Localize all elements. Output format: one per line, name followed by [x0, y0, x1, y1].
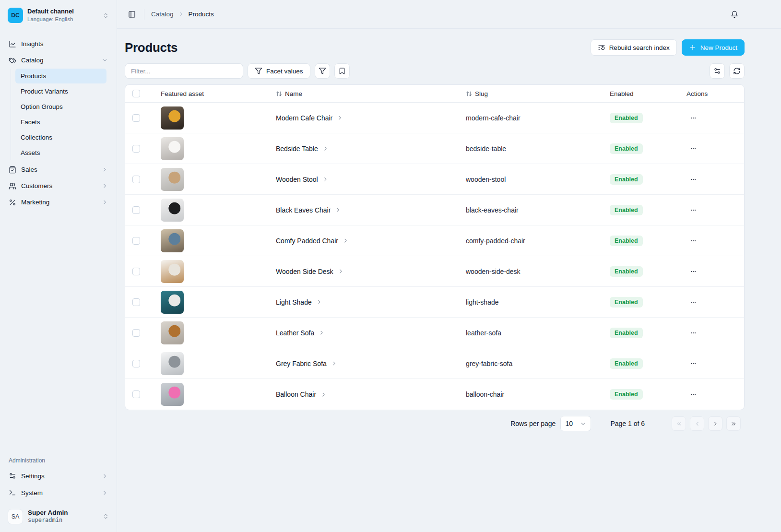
- row-actions-button[interactable]: [686, 142, 700, 155]
- product-thumbnail[interactable]: [161, 383, 184, 406]
- refresh-button[interactable]: [729, 63, 745, 79]
- sidebar-item-settings[interactable]: Settings: [4, 468, 113, 484]
- ellipsis-icon: [689, 329, 697, 337]
- product-name-link[interactable]: Comfy Padded Chair: [276, 237, 349, 245]
- status-badge: Enabled: [610, 113, 643, 123]
- first-page-button[interactable]: [672, 416, 686, 431]
- row-actions-button[interactable]: [686, 111, 700, 125]
- row-checkbox[interactable]: [132, 206, 140, 214]
- product-name-link[interactable]: Grey Fabric Sofa: [276, 360, 337, 367]
- product-name-link[interactable]: Bedside Table: [276, 145, 329, 153]
- row-checkbox[interactable]: [132, 176, 140, 183]
- table-row: Bedside Table bedside-table Enabled: [125, 133, 744, 164]
- ellipsis-icon: [689, 237, 697, 245]
- previous-page-button[interactable]: [690, 416, 704, 431]
- channel-avatar: DC: [8, 8, 23, 23]
- row-actions-button[interactable]: [686, 203, 700, 217]
- product-name-link[interactable]: Wooden Side Desk: [276, 268, 344, 275]
- filter-button[interactable]: [315, 63, 330, 79]
- product-slug: leather-sofa: [457, 329, 601, 337]
- channel-switcher[interactable]: DC Default channel Language: English: [4, 5, 113, 26]
- product-thumbnail[interactable]: [161, 106, 184, 130]
- row-actions-button[interactable]: [686, 326, 700, 340]
- row-checkbox[interactable]: [132, 114, 140, 122]
- row-actions-button[interactable]: [686, 234, 700, 248]
- row-checkbox[interactable]: [132, 329, 140, 337]
- product-thumbnail[interactable]: [161, 168, 184, 191]
- table-row: Modern Cafe Chair modern-cafe-chair Enab…: [125, 103, 744, 133]
- sidebar-item-collections[interactable]: Collections: [15, 130, 106, 145]
- product-thumbnail[interactable]: [161, 321, 184, 344]
- sidebar-item-insights[interactable]: Insights: [4, 36, 113, 52]
- pagination: Rows per page 10 Page 1 of 6: [125, 416, 745, 431]
- sidebar-item-sales[interactable]: Sales: [4, 162, 113, 177]
- chevron-right-icon: [319, 330, 325, 336]
- page-content: Products Rebuild search index New Produc…: [117, 29, 781, 431]
- breadcrumb: Catalog Products: [151, 11, 214, 18]
- row-checkbox[interactable]: [132, 145, 140, 153]
- filter-input[interactable]: [125, 63, 243, 79]
- user-menu[interactable]: SA Super Admin superadmin: [4, 506, 113, 527]
- sidebar-item-customers[interactable]: Customers: [4, 178, 113, 194]
- saved-views-button[interactable]: [334, 63, 350, 79]
- row-checkbox[interactable]: [132, 268, 140, 275]
- sidebar-toggle-button[interactable]: [125, 7, 139, 22]
- table-row: Balloon Chair balloon-chair Enabled: [125, 379, 744, 410]
- product-name: Modern Cafe Chair: [276, 114, 332, 122]
- product-name-link[interactable]: Black Eaves Chair: [276, 206, 341, 214]
- row-actions-button[interactable]: [686, 265, 700, 278]
- product-name-link[interactable]: Leather Sofa: [276, 329, 325, 337]
- row-checkbox[interactable]: [132, 298, 140, 306]
- page-title: Products: [125, 40, 178, 55]
- product-name-link[interactable]: Balloon Chair: [276, 390, 327, 398]
- view-options-button[interactable]: [710, 63, 725, 79]
- sidebar-item-assets[interactable]: Assets: [15, 145, 106, 160]
- product-thumbnail[interactable]: [161, 199, 184, 222]
- product-thumbnail[interactable]: [161, 291, 184, 314]
- sidebar-item-option-groups[interactable]: Option Groups: [15, 99, 106, 114]
- select-all-checkbox[interactable]: [132, 90, 140, 97]
- status-badge: Enabled: [610, 389, 643, 400]
- product-thumbnail[interactable]: [161, 260, 184, 283]
- sidebar-item-product-variants[interactable]: Product Variants: [15, 84, 106, 99]
- sidebar-item-catalog[interactable]: Catalog: [4, 52, 113, 68]
- product-name: Leather Sofa: [276, 329, 314, 337]
- product-name-link[interactable]: Light Shade: [276, 298, 322, 306]
- row-checkbox[interactable]: [132, 237, 140, 245]
- sidebar-item-marketing[interactable]: Marketing: [4, 194, 113, 210]
- row-actions-button[interactable]: [686, 357, 700, 370]
- column-slug[interactable]: Slug: [457, 90, 601, 97]
- status-badge: Enabled: [610, 358, 643, 369]
- next-page-button[interactable]: [708, 416, 722, 431]
- ellipsis-icon: [689, 176, 697, 183]
- row-actions-button[interactable]: [686, 173, 700, 186]
- table-row: Grey Fabric Sofa grey-fabric-sofa Enable…: [125, 348, 744, 379]
- breadcrumb-catalog[interactable]: Catalog: [151, 11, 174, 18]
- user-name: Super Admin: [28, 509, 98, 517]
- rows-per-page-select[interactable]: 10: [560, 416, 591, 431]
- product-thumbnail[interactable]: [161, 229, 184, 252]
- row-checkbox[interactable]: [132, 360, 140, 367]
- sidebar-item-products[interactable]: Products: [15, 69, 106, 83]
- new-product-button[interactable]: New Product: [682, 39, 745, 56]
- topbar: Catalog Products: [117, 0, 781, 29]
- notifications-button[interactable]: [727, 7, 742, 22]
- product-name-link[interactable]: Wooden Stool: [276, 176, 329, 183]
- row-actions-button[interactable]: [686, 388, 700, 401]
- rebuild-search-index-button[interactable]: Rebuild search index: [591, 39, 677, 56]
- column-featured-asset: Featured asset: [152, 90, 267, 97]
- product-name-link[interactable]: Modern Cafe Chair: [276, 114, 343, 122]
- sidebar-item-facets[interactable]: Facets: [15, 115, 106, 130]
- row-checkbox[interactable]: [132, 390, 140, 398]
- row-actions-button[interactable]: [686, 296, 700, 309]
- facet-values-button[interactable]: Facet values: [248, 63, 310, 79]
- product-name: Wooden Stool: [276, 176, 318, 183]
- product-thumbnail[interactable]: [161, 137, 184, 160]
- last-page-button[interactable]: [726, 416, 741, 431]
- sidebar-item-system[interactable]: System: [4, 485, 113, 501]
- products-table: Featured asset Name Slug Enabled Actions…: [125, 84, 745, 410]
- sidebar: DC Default channel Language: English Ins…: [0, 0, 117, 532]
- column-name[interactable]: Name: [267, 90, 457, 97]
- product-thumbnail[interactable]: [161, 352, 184, 375]
- plus-icon: [689, 44, 697, 51]
